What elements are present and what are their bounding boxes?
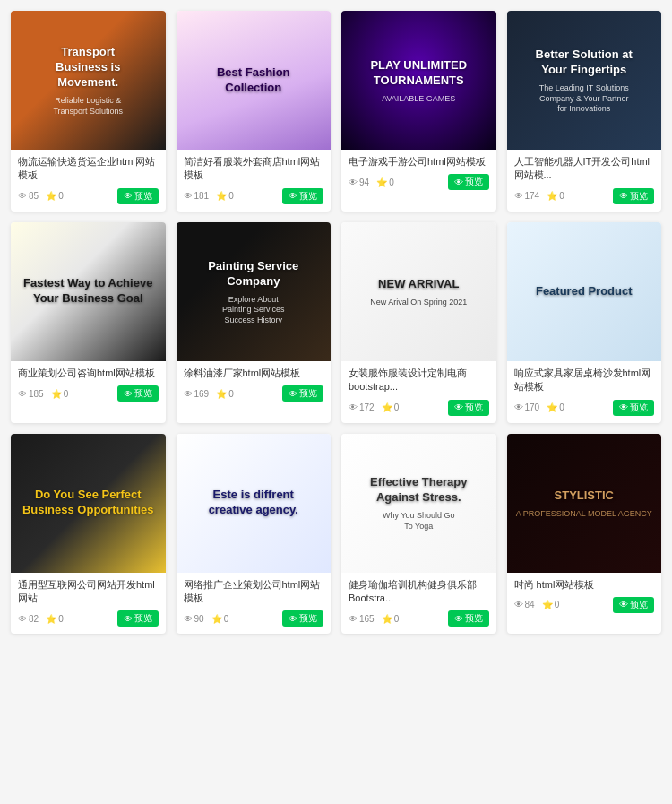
card-info: 女装服饰服装设计定制电商bootstrap... 👁 172 ⭐ 0 👁 预览 bbox=[341, 361, 496, 423]
card-meta: 👁 185 ⭐ 0 👁 预览 bbox=[18, 385, 159, 402]
preview-label: 预览 bbox=[299, 190, 317, 203]
star-number: 0 bbox=[224, 614, 229, 624]
star-number: 0 bbox=[58, 614, 64, 624]
view-count: 👁 185 bbox=[18, 389, 44, 399]
preview-button[interactable]: 👁 预览 bbox=[448, 174, 489, 190]
view-number: 84 bbox=[525, 600, 535, 609]
preview-button[interactable]: 👁 预览 bbox=[613, 597, 654, 613]
card-thumbnail: Painting ServiceCompany Explore AboutPai… bbox=[177, 222, 332, 361]
card-thumbnail: TransportBusiness isMovement. Reliable L… bbox=[11, 11, 166, 150]
card-thumbnail: Effective TherapyAgainst Stress. Why You… bbox=[341, 434, 496, 573]
preview-label: 预览 bbox=[134, 387, 152, 400]
star-number: 0 bbox=[394, 402, 400, 412]
star-number: 0 bbox=[559, 191, 564, 201]
view-number: 174 bbox=[525, 191, 540, 201]
view-count: 👁 174 bbox=[514, 191, 540, 201]
card-meta: 👁 94 ⭐ 0 👁 预览 bbox=[349, 174, 489, 190]
star-icon: ⭐ bbox=[382, 614, 392, 624]
preview-eye-icon: 👁 bbox=[619, 402, 628, 412]
preview-button[interactable]: 👁 预览 bbox=[117, 188, 159, 204]
card-info: 网络推广企业策划公司html网站模板 👁 90 ⭐ 0 👁 预览 bbox=[177, 573, 332, 635]
star-count: ⭐ 0 bbox=[382, 614, 400, 624]
view-number: 172 bbox=[359, 402, 375, 412]
star-count: ⭐ 0 bbox=[211, 614, 229, 624]
preview-button[interactable]: 👁 预览 bbox=[613, 188, 654, 204]
card-title: 时尚 html网站模板 bbox=[514, 578, 655, 592]
preview-eye-icon: 👁 bbox=[619, 600, 628, 609]
view-count: 👁 169 bbox=[184, 389, 210, 399]
preview-button[interactable]: 👁 预览 bbox=[613, 400, 654, 416]
star-count: ⭐ 0 bbox=[51, 389, 69, 399]
card-stats: 👁 181 ⭐ 0 bbox=[184, 191, 234, 201]
card-title: 电子游戏手游公司html网站模板 bbox=[349, 155, 489, 169]
card-grid: TransportBusiness isMovement. Reliable L… bbox=[0, 0, 672, 644]
star-number: 0 bbox=[555, 600, 560, 609]
view-count: 👁 84 bbox=[514, 600, 535, 609]
preview-button[interactable]: 👁 预览 bbox=[117, 610, 159, 627]
preview-label: 预览 bbox=[630, 190, 648, 203]
star-number: 0 bbox=[228, 191, 234, 201]
eye-icon: 👁 bbox=[184, 191, 193, 201]
thumb-subtitle: A PROFESSIONAL MODEL AGENCY bbox=[509, 507, 659, 522]
view-number: 181 bbox=[194, 191, 210, 201]
thumb-subtitle: New Arival On Spring 2021 bbox=[363, 296, 474, 310]
thumb-title: STYLISTIC bbox=[547, 485, 621, 507]
star-icon: ⭐ bbox=[547, 191, 557, 201]
card-item: STYLISTIC A PROFESSIONAL MODEL AGENCY 时尚… bbox=[507, 434, 662, 635]
view-count: 👁 94 bbox=[349, 177, 369, 187]
preview-eye-icon: 👁 bbox=[289, 191, 297, 201]
star-count: ⭐ 0 bbox=[46, 191, 64, 201]
thumb-overlay: Effective TherapyAgainst Stress. Why You… bbox=[341, 434, 496, 573]
card-item: Painting ServiceCompany Explore AboutPai… bbox=[177, 222, 332, 423]
thumb-title: Effective TherapyAgainst Stress. bbox=[363, 471, 474, 509]
thumb-overlay: Este is diffrentcreative agency. bbox=[177, 434, 332, 573]
preview-eye-icon: 👁 bbox=[289, 389, 297, 399]
preview-label: 预览 bbox=[465, 402, 483, 414]
card-stats: 👁 84 ⭐ 0 bbox=[514, 600, 560, 609]
thumb-overlay: PLAY UNLIMITEDTOURNAMENTS AVAILABLE GAME… bbox=[341, 11, 496, 150]
preview-button[interactable]: 👁 预览 bbox=[282, 610, 323, 627]
card-item: Fastest Way to AchieveYour Business Goal… bbox=[11, 222, 166, 423]
card-stats: 👁 169 ⭐ 0 bbox=[184, 389, 234, 399]
view-count: 👁 181 bbox=[184, 191, 210, 201]
preview-button[interactable]: 👁 预览 bbox=[448, 610, 489, 627]
star-count: ⭐ 0 bbox=[547, 402, 564, 412]
card-stats: 👁 94 ⭐ 0 bbox=[349, 177, 394, 187]
star-icon: ⭐ bbox=[51, 389, 62, 399]
card-thumbnail: Fastest Way to AchieveYour Business Goal bbox=[11, 222, 166, 361]
thumb-title: NEW ARRIVAL bbox=[371, 273, 466, 296]
view-number: 94 bbox=[359, 177, 369, 187]
card-stats: 👁 170 ⭐ 0 bbox=[514, 402, 564, 412]
card-title: 网络推广企业策划公司html网站模板 bbox=[184, 578, 324, 606]
thumb-overlay: Featured Product bbox=[507, 222, 662, 361]
card-stats: 👁 185 ⭐ 0 bbox=[18, 389, 68, 399]
eye-icon: 👁 bbox=[184, 614, 193, 624]
preview-button[interactable]: 👁 预览 bbox=[282, 385, 323, 402]
card-item: Effective TherapyAgainst Stress. Why You… bbox=[341, 434, 496, 635]
preview-button[interactable]: 👁 预览 bbox=[117, 385, 159, 402]
thumb-subtitle: Reliable Logistic &Transport Solutions bbox=[46, 94, 130, 118]
preview-eye-icon: 👁 bbox=[124, 191, 133, 201]
preview-eye-icon: 👁 bbox=[454, 402, 463, 412]
eye-icon: 👁 bbox=[514, 191, 523, 201]
star-icon: ⭐ bbox=[542, 600, 553, 609]
thumb-title: Fastest Way to AchieveYour Business Goal bbox=[16, 272, 159, 310]
star-count: ⭐ 0 bbox=[216, 389, 234, 399]
preview-button[interactable]: 👁 预览 bbox=[448, 400, 489, 416]
thumb-overlay: NEW ARRIVAL New Arival On Spring 2021 bbox=[341, 222, 496, 361]
card-meta: 👁 82 ⭐ 0 👁 预览 bbox=[18, 610, 159, 627]
eye-icon: 👁 bbox=[514, 402, 523, 412]
view-number: 165 bbox=[359, 614, 375, 624]
eye-icon: 👁 bbox=[349, 614, 358, 624]
thumb-subtitle: Explore AboutPainting ServicesSuccess Hi… bbox=[215, 293, 292, 328]
card-stats: 👁 85 ⭐ 0 bbox=[18, 191, 64, 201]
card-title: 健身瑜伽培训机构健身俱乐部Bootstra... bbox=[349, 578, 489, 606]
view-number: 85 bbox=[29, 191, 39, 201]
card-meta: 👁 84 ⭐ 0 👁 预览 bbox=[514, 597, 655, 613]
card-title: 通用型互联网公司网站开发html网站 bbox=[18, 578, 159, 606]
card-thumbnail: NEW ARRIVAL New Arival On Spring 2021 bbox=[341, 222, 496, 361]
eye-icon: 👁 bbox=[18, 191, 27, 201]
preview-button[interactable]: 👁 预览 bbox=[282, 188, 323, 204]
star-number: 0 bbox=[228, 389, 234, 399]
card-info: 响应式家具家居桌椅沙发html网站模板 👁 170 ⭐ 0 👁 预览 bbox=[507, 361, 662, 423]
